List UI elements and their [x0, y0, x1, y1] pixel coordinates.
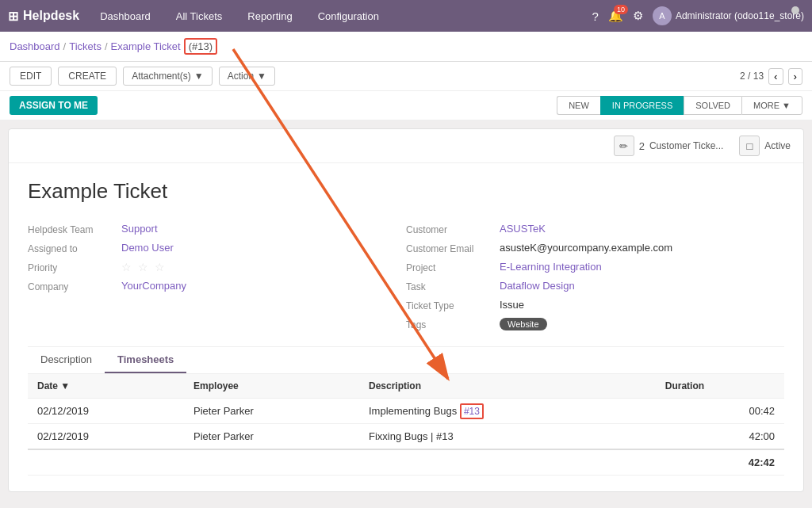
create-button[interactable]: CREATE	[58, 67, 117, 86]
customer-email-label: Customer Email	[406, 242, 493, 254]
customer-email-row: Customer Email asusteK@yourcompany.examp…	[406, 242, 784, 254]
table-row: 02/12/2019 Pieter Parker Implementing Bu…	[28, 399, 784, 424]
timesheet-table: Date ▼ Employee Description Duration 02/…	[28, 373, 784, 476]
customer-ticket-count: 2	[639, 140, 645, 152]
helpdesk-team-label: Helpdesk Team	[28, 223, 115, 235]
col-date[interactable]: Date ▼	[28, 374, 184, 399]
nav-all-tickets[interactable]: All Tickets	[171, 7, 228, 25]
assigned-to-value[interactable]: Demo User	[121, 242, 174, 254]
breadcrumb-dashboard[interactable]: Dashboard	[10, 40, 60, 52]
helpdesk-team-row: Helpdesk Team Support	[28, 223, 406, 235]
ticket-type-value: Issue	[500, 299, 524, 311]
pagination: 2 / 13 ‹ ›	[740, 68, 802, 85]
breadcrumb-current: Example Ticket	[111, 40, 181, 52]
project-value[interactable]: E-Learning Integration	[500, 261, 602, 273]
help-icon[interactable]: ?	[592, 10, 599, 23]
row2-duration: 42:00	[656, 424, 784, 450]
row1-desc-pre: Implementing Bugs	[369, 405, 457, 417]
row2-employee: Pieter Parker	[184, 424, 359, 450]
task-label: Task	[406, 280, 493, 292]
avatar: A	[653, 6, 672, 25]
priority-stars[interactable]: ☆ ☆ ☆	[121, 261, 167, 273]
status-more-button[interactable]: MORE ▼	[741, 96, 802, 115]
fields-grid: Helpdesk Team Support Assigned to Demo U…	[28, 223, 784, 330]
company-value[interactable]: YourCompany	[121, 280, 186, 292]
customer-label: Customer	[406, 223, 493, 235]
edit-button[interactable]: EDIT	[10, 67, 52, 86]
assigned-to-row: Assigned to Demo User	[28, 242, 406, 254]
col-duration: Duration	[656, 374, 784, 399]
attachments-label: Attachment(s)	[132, 71, 191, 82]
notification-badge: 10	[614, 5, 628, 14]
action-button[interactable]: Action ▼	[219, 67, 275, 86]
row2-date: 02/12/2019	[28, 424, 184, 450]
fields-left: Helpdesk Team Support Assigned to Demo U…	[28, 223, 406, 330]
tabs: Description Timesheets	[28, 346, 784, 373]
row1-employee: Pieter Parker	[184, 399, 359, 424]
action-bar: EDIT CREATE Attachment(s) ▼ Action ▼ 2 /…	[0, 62, 812, 91]
breadcrumb-ticket-id: (#13)	[184, 38, 217, 55]
active-status-item: □ Active	[739, 136, 791, 156]
nav-dashboard[interactable]: Dashboard	[95, 7, 155, 25]
col-employee: Employee	[184, 374, 359, 399]
table-row: 02/12/2019 Pieter Parker Fixxing Bugs | …	[28, 424, 784, 450]
username: Administrator (odoo11e_store)	[676, 10, 804, 21]
active-label: Active	[764, 140, 791, 151]
status-in-progress-button[interactable]: IN PROGRESS	[600, 96, 684, 115]
ticket-type-row: Ticket Type Issue	[406, 299, 784, 311]
helpdesk-team-value[interactable]: Support	[121, 223, 158, 235]
row2-description: Fixxing Bugs | #13	[359, 424, 656, 450]
nav-reporting[interactable]: Reporting	[243, 7, 297, 25]
nav-menu: Dashboard All Tickets Reporting Configur…	[95, 7, 592, 25]
tags-value[interactable]: Website	[500, 318, 547, 330]
pagination-prev[interactable]: ‹	[768, 68, 783, 85]
attachments-button[interactable]: Attachment(s) ▼	[123, 67, 213, 86]
ticket-title: Example Ticket	[28, 179, 784, 204]
active-icon: □	[739, 136, 760, 156]
fields-right: Customer ASUSTeK Customer Email asusteK@…	[406, 223, 784, 330]
action-label: Action	[228, 71, 254, 82]
project-label: Project	[406, 261, 493, 273]
customer-ticket-bar: ✏ 2 Customer Ticke... □ Active	[9, 129, 803, 163]
app-name: Helpdesk	[23, 9, 79, 23]
company-label: Company	[28, 280, 115, 292]
row1-date: 02/12/2019	[28, 399, 184, 424]
breadcrumb: Dashboard / Tickets / Example Ticket (#1…	[10, 38, 217, 55]
nav-configuration[interactable]: Configuration	[313, 7, 384, 25]
task-row: Task Dataflow Design	[406, 280, 784, 292]
brush-icon: ✏	[614, 136, 634, 156]
assign-to-me-button[interactable]: ASSIGN TO ME	[10, 96, 98, 115]
assigned-to-label: Assigned to	[28, 242, 115, 254]
priority-row: Priority ☆ ☆ ☆	[28, 261, 406, 273]
status-solved-button[interactable]: SOLVED	[684, 96, 741, 115]
nav-right: ? 🔔 10 ⚙ A Administrator (odoo11e_store)	[592, 6, 804, 25]
task-value[interactable]: Dataflow Design	[500, 280, 575, 292]
settings-icon[interactable]: ⚙	[633, 9, 643, 23]
customer-tickets-item[interactable]: ✏ 2 Customer Ticke...	[614, 136, 724, 156]
app-logo[interactable]: ⊞ Helpdesk	[8, 9, 79, 24]
tab-timesheets[interactable]: Timesheets	[105, 347, 186, 373]
col-description: Description	[359, 374, 656, 399]
action-dropdown-icon: ▼	[257, 71, 266, 82]
customer-ticket-label: Customer Ticke...	[649, 140, 723, 151]
tags-label: Tags	[406, 318, 493, 330]
grid-icon: ⊞	[8, 9, 18, 24]
priority-label: Priority	[28, 261, 115, 273]
customer-value[interactable]: ASUSTeK	[500, 223, 546, 235]
row1-description: Implementing Bugs #13	[359, 399, 656, 424]
row1-duration: 00:42	[656, 399, 784, 424]
top-navigation: ⊞ Helpdesk Dashboard All Tickets Reporti…	[0, 0, 812, 32]
user-menu[interactable]: A Administrator (odoo11e_store)	[653, 6, 804, 25]
customer-row: Customer ASUSTeK	[406, 223, 784, 235]
total-label	[28, 449, 656, 476]
tab-description[interactable]: Description	[28, 347, 105, 373]
breadcrumb-tickets[interactable]: Tickets	[69, 40, 102, 52]
notifications-icon[interactable]: 🔔 10	[608, 9, 623, 23]
pagination-next[interactable]: ›	[788, 68, 802, 85]
tags-row: Tags Website	[406, 318, 784, 330]
row1-desc-highlight[interactable]: #13	[460, 403, 484, 419]
main-content: ✏ 2 Customer Ticke... □ Active Example T…	[8, 128, 804, 492]
total-row: 42:42	[28, 449, 784, 476]
status-new-button[interactable]: NEW	[557, 96, 600, 115]
ticket-type-label: Ticket Type	[406, 299, 493, 311]
